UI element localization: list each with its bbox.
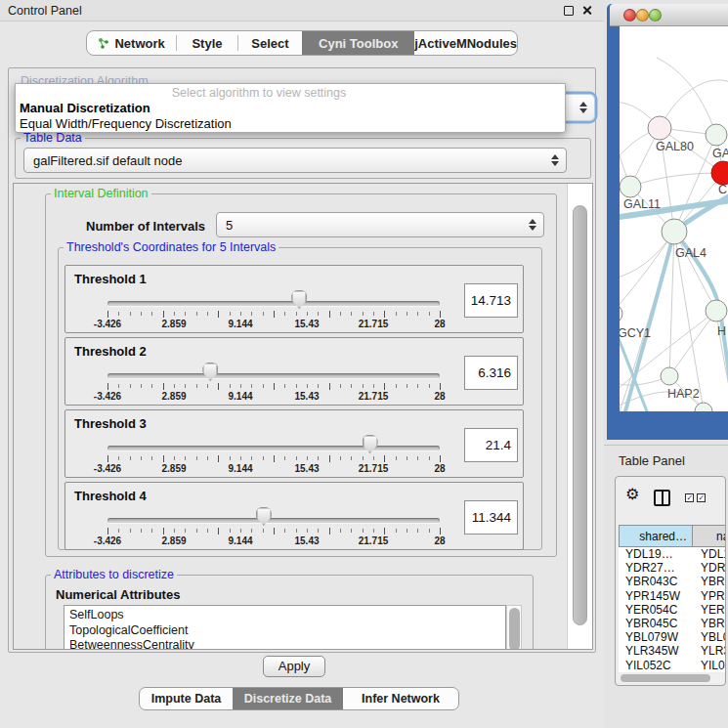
threshold-2-value-field[interactable]: 6.316 [464, 356, 518, 390]
slider-ticks [107, 311, 440, 319]
mac-minimize-button[interactable] [636, 9, 649, 21]
threshold-2-panel: Threshold 2 -3.4262.8599.14415.4321.7152… [64, 337, 524, 406]
tab-impute-data[interactable]: Impute Data [140, 688, 233, 709]
attribute-item[interactable]: SelfLoops [69, 608, 505, 623]
slider-scale-labels: -3.4262.8599.14415.4321.71528 [107, 319, 440, 330]
numerical-attributes-list[interactable]: SelfLoopsTopologicalCoefficientBetweenne… [64, 605, 506, 649]
scrollbar-thumb[interactable] [509, 608, 520, 649]
network-node-label: GAL11 [623, 197, 661, 211]
threshold-1-slider-handle[interactable] [291, 290, 307, 309]
network-icon [98, 37, 109, 50]
gear-icon[interactable]: ⚙ [625, 487, 639, 502]
mac-zoom-button[interactable] [649, 9, 662, 21]
network-node-label: GCY1 [620, 326, 651, 340]
dropdown-hint-item[interactable]: Select algorithm to view settings [16, 86, 565, 100]
threshold-4-panel: Threshold 4 -3.4262.8599.14415.4321.7152… [64, 482, 524, 550]
table-row[interactable]: YDR27…YDR27… [619, 561, 726, 575]
tab-infer-network[interactable]: Infer Network [343, 688, 458, 709]
close-icon[interactable] [581, 5, 592, 16]
threshold-4-slider-handle[interactable] [256, 507, 272, 526]
tab-style[interactable]: Style [177, 31, 237, 55]
table-data-label: Table Data [21, 131, 85, 145]
number-of-intervals-label: Number of Intervals [86, 219, 205, 234]
table-row[interactable]: YLR345WYLR345W [619, 644, 726, 658]
checkboxes-icon[interactable] [685, 493, 707, 502]
tab-label: jActiveMNodules [414, 36, 517, 51]
slider-ticks [107, 528, 440, 535]
table-row[interactable]: YIL052CYIL052C [619, 659, 726, 672]
table-row[interactable]: YDL19…YDL19… [619, 547, 726, 561]
threshold-4-value-field[interactable]: 11.344 [464, 500, 518, 535]
top-tab-bar: Network Style Select Cyni Toolbox jActiv… [86, 30, 518, 56]
tab-discretize-data[interactable]: Discretize Data [233, 688, 343, 709]
control-panel: Control Panel Network Style S [0, 0, 604, 728]
network-node-label: C [718, 183, 727, 196]
slider-ticks [107, 455, 440, 463]
stepper-icon [579, 102, 586, 113]
table-data-value: galFiltered.sif default node [33, 153, 182, 168]
table-horizontal-scrollbar[interactable] [619, 673, 724, 683]
table-row[interactable]: YBR045CYBR045C [619, 617, 726, 630]
columns-icon[interactable] [654, 490, 670, 506]
settings-vertical-scrollbar[interactable] [567, 184, 592, 649]
slider-scale-labels: -3.4262.8599.14415.4321.71528 [107, 535, 440, 547]
scrollbar-thumb[interactable] [573, 205, 587, 625]
dropdown-option-manual-discretization[interactable]: Manual Discretization [20, 101, 150, 115]
table-panel-box: ⚙ shared… name YDL19…YDL19…YDR27…YDR27…Y… [615, 476, 726, 686]
scrollbar-thumb[interactable] [621, 674, 710, 682]
network-node[interactable] [661, 367, 678, 385]
settings-scrollpane: Interval Definition Number of Intervals … [13, 183, 593, 650]
network-node[interactable] [706, 124, 727, 146]
panel-title: Control Panel [8, 4, 82, 18]
apply-button[interactable]: Apply [263, 656, 325, 677]
network-node[interactable] [620, 176, 641, 197]
table-row[interactable]: YBR043CYBR043C [619, 575, 726, 588]
threshold-3-panel: Threshold 3 -3.4262.8599.14415.4321.7152… [64, 409, 524, 478]
column-header-name[interactable]: name [692, 525, 726, 547]
table-row[interactable]: YPR145WYPR145W [619, 589, 726, 603]
checkbox-icon [697, 493, 706, 502]
network-node-label: GA [712, 147, 728, 160]
dropdown-option-equal-width-frequency[interactable]: Equal Width/Frequency Discretization [20, 116, 232, 131]
threshold-3-slider-handle[interactable] [363, 435, 378, 453]
tab-label: Network [114, 36, 164, 51]
tab-select[interactable]: Select [238, 31, 302, 55]
float-icon[interactable] [564, 6, 574, 16]
network-node-label: H [717, 324, 726, 338]
network-node[interactable] [648, 116, 671, 140]
network-node[interactable] [662, 219, 687, 244]
discretization-algorithm-group: Discretization Algorithm Select algorith… [8, 67, 596, 653]
slider-ticks [107, 383, 440, 391]
table-row[interactable]: YBL079WYBL079W [619, 630, 726, 644]
attribute-item[interactable]: BetweennessCentrality [69, 638, 505, 649]
table-data-combobox[interactable]: galFiltered.sif default node [23, 148, 567, 173]
network-node[interactable] [711, 161, 728, 185]
number-of-intervals-combobox[interactable]: 5 [216, 212, 544, 237]
network-node-label: GAL4 [675, 246, 707, 260]
tab-network[interactable]: Network [87, 31, 176, 55]
network-node[interactable] [706, 300, 727, 321]
network-window-titlebar[interactable] [610, 4, 728, 26]
threshold-1-value-field[interactable]: 14.713 [464, 283, 518, 318]
tab-cyni-toolbox[interactable]: Cyni Toolbox [302, 31, 414, 55]
number-of-intervals-value: 5 [226, 218, 233, 233]
table-panel-title: Table Panel [619, 453, 685, 468]
threshold-3-label: Threshold 3 [74, 416, 147, 431]
threshold-3-value-field[interactable]: 21.4 [464, 428, 518, 462]
network-view-window: GAL80GACGAL11GAL4GCY1HHAP2 [607, 4, 728, 440]
network-canvas[interactable]: GAL80GACGAL11GAL4GCY1HHAP2 [620, 26, 728, 411]
threshold-1-label: Threshold 1 [74, 272, 147, 286]
mac-close-button[interactable] [623, 9, 636, 21]
network-node-label: GAL80 [656, 140, 694, 153]
attributes-list-scrollbar[interactable] [506, 605, 522, 649]
slider-scale-labels: -3.4262.8599.14415.4321.71528 [107, 463, 440, 475]
network-node[interactable] [620, 304, 622, 323]
table-row[interactable]: YER054CYER054C [619, 603, 726, 617]
tab-label: Impute Data [151, 692, 222, 706]
attribute-item[interactable]: TopologicalCoefficient [69, 623, 505, 639]
threshold-2-slider-handle[interactable] [202, 363, 218, 381]
tab-jactivemnodules[interactable]: jActiveMNodules [414, 31, 517, 55]
stepper-icon [551, 154, 558, 166]
column-header-shared-name[interactable]: shared… [619, 525, 693, 547]
thresholds-group: Threshold's Coordinates for 5 Intervals … [58, 247, 542, 550]
